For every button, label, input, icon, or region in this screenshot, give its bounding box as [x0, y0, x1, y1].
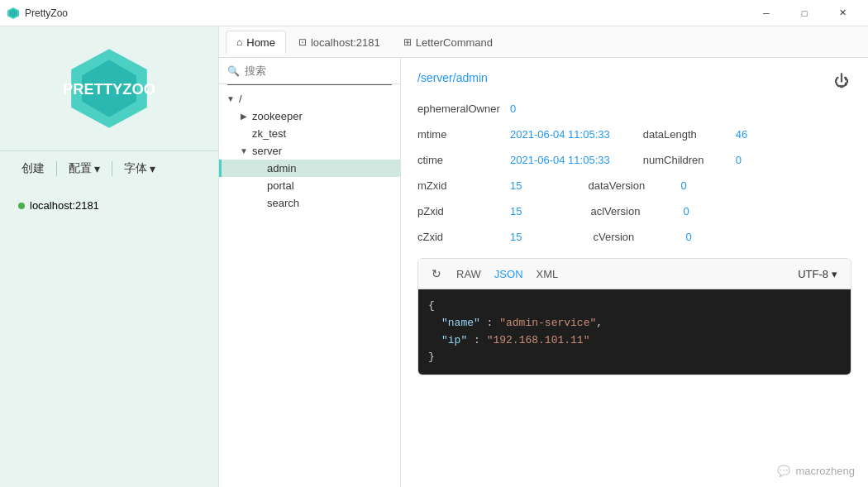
- label-mzxid: mZxid: [417, 179, 500, 192]
- tree-arrow-root: ▼: [226, 94, 236, 103]
- create-button[interactable]: 创建: [17, 158, 50, 179]
- search-bar: 🔍: [219, 58, 400, 84]
- tab-home-label: Home: [246, 36, 275, 49]
- maximize-button[interactable]: □: [785, 0, 823, 26]
- server-item[interactable]: localhost:2181: [13, 196, 205, 215]
- tree-arrow-server: ▼: [239, 146, 249, 155]
- tree-label-root: /: [239, 93, 242, 105]
- detail-panel: /server/admin ⏻ ephemeralOwner 0 mtime 2…: [401, 58, 868, 487]
- tree-label-server: server: [252, 145, 282, 157]
- editor-area: ↻ RAW JSON XML UTF-8 ▾ { "name" : "admin…: [417, 258, 851, 375]
- label-ctime: ctime: [417, 154, 500, 166]
- localhost-icon: ⊡: [298, 36, 307, 48]
- content-area: 🔍 ▼ / ▶ zookeeper: [219, 58, 868, 487]
- power-button[interactable]: ⏻: [828, 68, 855, 94]
- detail-path: /server/admin: [417, 71, 851, 84]
- sidebar: PRETTYZOO 创建 配置 ▾ 字体 ▾ localhost:2181: [0, 26, 219, 487]
- detail-row-czxid: cZxid 15: [417, 226, 522, 248]
- refresh-button[interactable]: ↻: [427, 264, 446, 284]
- detail-row-mzxid: mZxid 15: [417, 174, 522, 197]
- tree-node-portal[interactable]: ▶ portal: [219, 177, 400, 194]
- status-dot: [18, 203, 25, 209]
- tree-arrow-zookeeper: ▶: [239, 112, 249, 121]
- tab-home[interactable]: ⌂ Home: [226, 31, 286, 54]
- detail-row-dataversion: dataVersion 0: [588, 174, 686, 197]
- search-icon: 🔍: [227, 65, 240, 77]
- value-aclversion: 0: [683, 205, 689, 217]
- sidebar-logo: PRETTYZOO: [0, 26, 218, 150]
- minimize-button[interactable]: ─: [747, 0, 785, 26]
- tree-container: ▼ / ▶ zookeeper ▶ zk_test ▼: [219, 85, 400, 487]
- letter-icon: ⊞: [403, 36, 412, 48]
- value-ctime: 2021-06-04 11:05:33: [510, 154, 610, 166]
- label-mtime: mtime: [417, 128, 500, 141]
- value-ephemeralowner: 0: [510, 103, 516, 115]
- tree-node-zktest[interactable]: ▶ zk_test: [219, 125, 400, 142]
- editor-tab-json[interactable]: JSON: [491, 266, 527, 282]
- editor-toolbar: ↻ RAW JSON XML UTF-8 ▾: [418, 259, 851, 289]
- tab-letter[interactable]: ⊞ LetterCommand: [393, 31, 503, 54]
- tree-label-admin: admin: [267, 162, 296, 174]
- label-cversion: cVersion: [593, 231, 675, 243]
- tree-label-zktest: zk_test: [252, 127, 286, 140]
- tab-localhost[interactable]: ⊡ localhost:2181: [288, 31, 391, 54]
- app-title: PrettyZoo: [25, 7, 68, 19]
- app-icon: [7, 7, 20, 20]
- detail-row-cversion: cVersion 0: [593, 226, 691, 248]
- config-button[interactable]: 配置 ▾: [64, 158, 105, 179]
- titlebar-left: PrettyZoo: [7, 7, 68, 20]
- server-list: localhost:2181: [0, 186, 218, 487]
- label-ephemeralowner: ephemeralOwner: [417, 103, 500, 115]
- value-pzxid: 15: [510, 205, 522, 217]
- titlebar: PrettyZoo ─ □ ✕: [0, 0, 868, 26]
- close-button[interactable]: ✕: [823, 0, 861, 26]
- label-numchildren: numChildren: [643, 154, 726, 166]
- encoding-label: UTF-8: [798, 268, 828, 280]
- tab-bar: ⌂ Home ⊡ localhost:2181 ⊞ LetterCommand: [219, 26, 868, 58]
- server-name: localhost:2181: [30, 199, 99, 212]
- app-body: PRETTYZOO 创建 配置 ▾ 字体 ▾ localhost:2181: [0, 26, 868, 487]
- detail-row-aclversion: aclVersion 0: [590, 200, 689, 222]
- label-pzxid: pZxid: [417, 205, 500, 217]
- separator: [56, 161, 57, 176]
- tree-label-search: search: [267, 197, 299, 209]
- search-input[interactable]: [245, 64, 392, 77]
- tree-node-admin[interactable]: ▶ admin: [219, 160, 400, 177]
- font-button[interactable]: 字体 ▾: [119, 158, 160, 179]
- sidebar-actions: 创建 配置 ▾ 字体 ▾: [0, 150, 218, 186]
- tree-panel: 🔍 ▼ / ▶ zookeeper: [219, 58, 401, 487]
- home-icon: ⌂: [236, 36, 242, 48]
- tree-node-search[interactable]: ▶ search: [219, 194, 400, 212]
- tree-label-zookeeper: zookeeper: [252, 110, 303, 122]
- logo-hexagon: PRETTYZOO: [64, 43, 155, 134]
- tree-node-server[interactable]: ▼ server: [219, 142, 400, 160]
- value-cversion: 0: [685, 231, 691, 243]
- detail-row-mtime: mtime 2021-06-04 11:05:33: [417, 123, 610, 146]
- value-dataversion: 0: [680, 179, 686, 192]
- detail-row-numchildren: numChildren 0: [643, 149, 742, 171]
- label-dataversion: dataVersion: [588, 179, 670, 192]
- detail-row-datalength: dataLength 46: [643, 123, 747, 146]
- label-datalength: dataLength: [643, 128, 726, 141]
- tree-node-zookeeper[interactable]: ▶ zookeeper: [219, 107, 400, 125]
- label-czxid: cZxid: [417, 231, 500, 243]
- encoding-arrow: ▾: [832, 268, 837, 280]
- tab-letter-label: LetterCommand: [416, 36, 493, 49]
- main-panel: ⌂ Home ⊡ localhost:2181 ⊞ LetterCommand …: [219, 26, 868, 487]
- label-aclversion: aclVersion: [590, 205, 673, 217]
- svg-text:PRETTYZOO: PRETTYZOO: [64, 80, 155, 98]
- detail-row-pzxid: pZxid 15: [417, 200, 522, 222]
- editor-tab-xml[interactable]: XML: [533, 266, 562, 282]
- value-mzxid: 15: [510, 179, 522, 192]
- tab-localhost-label: localhost:2181: [311, 36, 380, 49]
- separator2: [112, 161, 112, 176]
- encoding-selector[interactable]: UTF-8 ▾: [793, 266, 842, 282]
- value-numchildren: 0: [736, 154, 742, 166]
- detail-row-ctime: ctime 2021-06-04 11:05:33: [417, 149, 610, 171]
- titlebar-controls: ─ □ ✕: [747, 0, 861, 26]
- editor-tab-raw[interactable]: RAW: [453, 266, 484, 282]
- tree-label-portal: portal: [267, 179, 294, 192]
- tree-node-root[interactable]: ▼ /: [219, 90, 400, 107]
- editor-body: { "name" : "admin-service", "ip" : "192.…: [418, 289, 851, 375]
- value-czxid: 15: [510, 231, 522, 243]
